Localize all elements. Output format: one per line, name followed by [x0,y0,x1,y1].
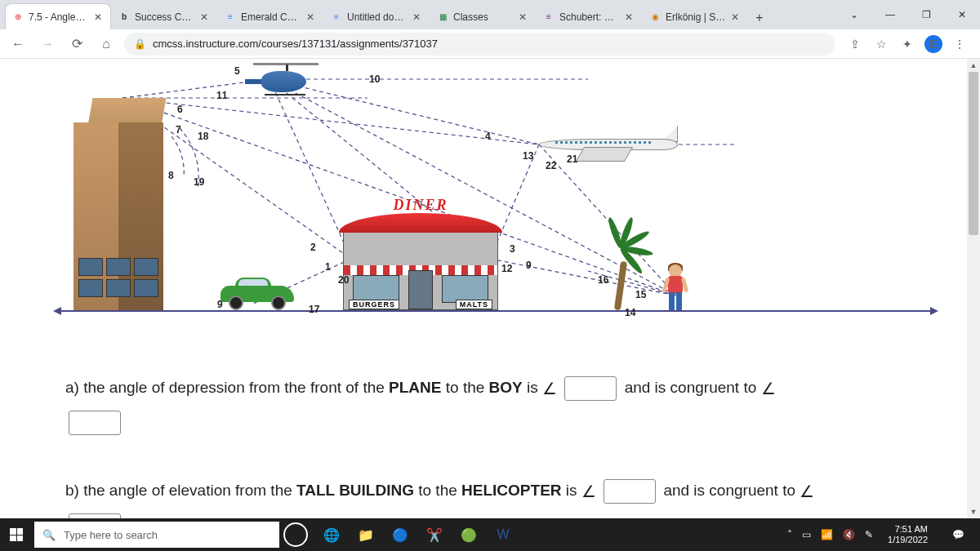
new-tab-button[interactable]: + [748,7,771,29]
volume-icon[interactable]: 🔇 [843,529,855,540]
angle-10: 10 [369,73,380,85]
taskbar-search[interactable]: 🔍 Type here to search [34,522,279,548]
bookmark-icon[interactable]: ☆ [872,35,890,53]
reload-button[interactable]: ⟳ [65,33,88,56]
toolbar-actions: ⇪ ☆ ✦ E ⋮ [841,35,973,53]
qb-text: and is congruent to [663,482,800,499]
home-button[interactable]: ⌂ [95,33,118,56]
qa-text: is [523,379,542,396]
close-icon[interactable]: ✕ [411,11,422,23]
tab[interactable]: ≡Emerald Callowa✕ [217,3,323,29]
car [220,278,294,310]
scroll-down-button[interactable]: ▼ [967,505,980,518]
clock[interactable]: 7:51 AM 1/19/2022 [883,524,933,545]
tab-title: Emerald Callowa [241,11,301,23]
answer-input-b1[interactable] [604,479,656,504]
minimize-button[interactable]: ― [872,0,908,29]
window-controls: ⌄ ― ❐ ✕ [836,0,980,29]
question-a: a) the angle of depression from the fron… [65,369,902,439]
qb-text: to the [414,482,461,499]
plane [539,124,678,165]
angle-21: 21 [567,153,577,165]
chevron-down-icon[interactable]: ⌄ [836,0,872,29]
tab[interactable]: ≡Untitled docume✕ [323,3,430,29]
close-window-button[interactable]: ✕ [944,0,980,29]
helicopter [245,63,318,96]
word-icon[interactable]: W [487,518,519,551]
profile-badge[interactable]: E [924,35,942,53]
angle-16: 16 [598,274,608,286]
scroll-up-button[interactable]: ▲ [967,59,980,72]
angle-12: 12 [501,263,512,274]
clock-date: 1/19/2022 [888,535,928,545]
wifi-icon[interactable]: 📶 [821,529,833,540]
svg-line-14 [490,259,676,295]
chrome-icon[interactable]: 🔵 [384,518,416,551]
favicon: b [118,11,130,23]
tab[interactable]: ≡Schubert: Erlking✕ [536,3,642,29]
qa-boy: BOY [489,379,523,396]
angle-5: 5 [234,65,240,77]
docs-icon: ≡ [331,11,342,23]
qa-plane: PLANE [389,379,441,396]
tab[interactable]: ◉Erlkönig | Song T✕ [642,3,748,29]
edge-icon[interactable]: 🌐 [315,518,348,551]
menu-icon[interactable]: ⋮ [951,35,969,53]
tall-building [74,98,163,310]
snip-icon[interactable]: ✂️ [418,518,451,551]
start-button[interactable] [0,518,33,551]
cortana-button[interactable] [279,518,312,551]
close-icon[interactable]: ✕ [198,11,210,23]
docs-icon: ≡ [225,11,236,23]
angle-symbol: ∠ [761,371,776,407]
notifications-button[interactable]: 💬 [942,518,973,551]
angle-1: 1 [325,261,331,273]
question-b: b) the angle of elevation from the TALL … [65,472,902,518]
taskbar: 🔍 Type here to search 🌐 📁 🔵 ✂️ 🟢 W ˄ ▭ 📶… [0,518,980,551]
angle-4: 4 [485,131,491,142]
battery-icon[interactable]: ▭ [802,529,811,540]
windows-icon [10,528,23,541]
system-tray: ˄ ▭ 📶 🔇 ✎ 7:51 AM 1/19/2022 💬 [781,518,980,551]
close-icon[interactable]: ✕ [305,11,316,23]
tab[interactable]: ▦Classes✕ [430,3,536,29]
scroll-thumb[interactable] [969,72,978,235]
answer-input-a1[interactable] [564,376,617,401]
angle-symbol: ∠ [800,473,814,509]
browser-tab-strip: ⊕ 7.5 - Angles of El ✕ bSuccess Confirma… [0,0,980,29]
qa-text: a) the angle of depression from the fron… [65,379,389,396]
angle-8: 8 [168,170,174,181]
angle-2: 2 [310,242,316,253]
address-bar[interactable]: 🔒 cmcss.instructure.com/courses/137131/a… [124,33,835,56]
taskbar-apps: 🌐 📁 🔵 ✂️ 🟢 W [315,518,519,551]
answer-input-a2[interactable] [69,411,121,435]
close-icon[interactable]: ✕ [729,11,741,23]
tray-chevron-icon[interactable]: ˄ [787,529,792,540]
angle-13: 13 [523,150,533,162]
list-icon: ≡ [543,11,555,23]
qa-text: to the [441,379,488,396]
close-icon[interactable]: ✕ [623,11,635,23]
close-icon[interactable]: ✕ [92,11,104,23]
qa-text: and is congruent to [625,379,761,396]
tab-active[interactable]: ⊕ 7.5 - Angles of El ✕ [5,3,111,29]
back-button[interactable]: ← [7,33,29,56]
tab-title: Untitled docume [347,11,408,23]
close-icon[interactable]: ✕ [517,11,528,23]
diner-label-right: MALTS [456,300,492,309]
angle-symbol: ∠ [542,371,557,407]
angle-11: 11 [216,90,227,101]
maximize-button[interactable]: ❐ [908,0,944,29]
angle-15: 15 [635,289,646,300]
input-icon[interactable]: ✎ [865,529,873,540]
explorer-icon[interactable]: 📁 [350,518,382,551]
questions: a) the angle of depression from the fron… [0,344,967,518]
forward-button[interactable]: → [36,33,59,56]
scrollbar[interactable]: ▲ ▼ [967,59,980,518]
share-icon[interactable]: ⇪ [846,35,864,53]
extensions-icon[interactable]: ✦ [898,35,916,53]
ground-line [57,310,934,312]
tab-title: Erlkönig | Song T [666,11,726,23]
tab[interactable]: bSuccess Confirma✕ [111,3,217,29]
app-icon[interactable]: 🟢 [452,518,485,551]
